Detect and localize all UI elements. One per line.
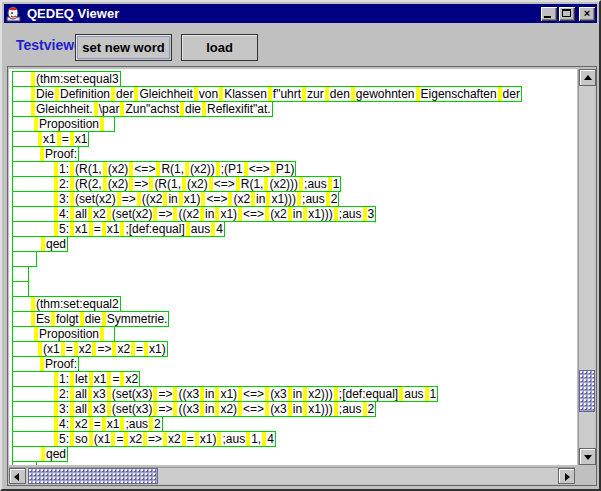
doc-token: (x2): [107, 163, 130, 176]
doc-row: 1:(R(1,(x2)<=>R(1,(x2));(P1<=>P1): [12, 161, 296, 177]
doc-token: x1: [42, 133, 57, 146]
doc-token: von: [198, 88, 219, 101]
doc-token: R(1,: [240, 178, 265, 191]
doc-token: =: [93, 223, 102, 236]
doc-token: 3:: [58, 403, 70, 416]
doc-row: 5:x1=x1;[def:equal]aus4: [12, 221, 225, 237]
doc-row: qed: [12, 446, 68, 462]
doc-token: \par: [98, 103, 121, 116]
doc-token: 3: [367, 208, 376, 221]
doc-token: x1: [106, 418, 121, 431]
scroll-right-button[interactable]: [558, 468, 575, 484]
doc-token: x2: [78, 343, 93, 356]
doc-row: x1=x1: [12, 131, 89, 147]
load-button[interactable]: load: [181, 34, 258, 61]
doc-token: ((x3: [177, 388, 200, 401]
doc-token: x1: [74, 223, 89, 236]
doc-token: (set(x2): [74, 193, 117, 206]
doc-row: 2:(R(2,(x2)=>(R(1,(x2)<=>R(1,(x2)));aus1: [12, 176, 341, 192]
doc-token: 2: [330, 193, 339, 206]
minimize-button[interactable]: [541, 7, 557, 21]
doc-token: (x2)): [189, 163, 216, 176]
doc-indent: [13, 132, 38, 146]
doc-token: x1): [199, 433, 218, 446]
doc-token: x2: [74, 418, 89, 431]
doc-indent: [13, 102, 31, 116]
doc-indent: [13, 207, 54, 221]
doc-token: Gleichheit: [138, 88, 193, 101]
doc-token: =: [93, 418, 102, 431]
scroll-up-button[interactable]: [579, 69, 596, 86]
doc-token: (R(1,: [74, 163, 103, 176]
doc-token: =>: [121, 193, 137, 206]
title-bar[interactable]: QEDEQ Viewer ×: [4, 4, 597, 23]
set-new-word-button[interactable]: set new word: [75, 34, 172, 61]
doc-token: Definition: [59, 88, 111, 101]
doc-token: x1))): [270, 193, 297, 206]
doc-token: Klassen: [223, 88, 268, 101]
doc-token: aus: [403, 388, 424, 401]
doc-token: ;aus: [124, 418, 149, 431]
doc-token: Proposition: [38, 118, 100, 131]
doc-token: (set(x3): [111, 403, 154, 416]
doc-token: =: [111, 373, 120, 386]
doc-token: ;[def:equal]: [124, 223, 185, 236]
doc-token: Gleichheit.: [35, 103, 94, 116]
doc-token: ;aus: [221, 433, 246, 446]
arrow-right-icon: [565, 473, 570, 481]
doc-token: <=>: [213, 178, 236, 191]
doc-token: =: [65, 343, 74, 356]
doc-token: all: [74, 403, 88, 416]
doc-token: 5:: [58, 223, 70, 236]
close-icon: ×: [579, 6, 595, 20]
doc-token: 1,: [250, 433, 262, 446]
doc-token: <=>: [133, 163, 156, 176]
doc-row: 5:so(x1=x2=>x2=x1);aus1,4: [12, 431, 276, 447]
doc-row: DieDefinitionderGleichheitvonKlassenf"uh…: [12, 86, 522, 102]
doc-row: Gleichheit.\parZun"achstdieReflexifit"at…: [12, 101, 273, 117]
horizontal-scrollbar[interactable]: [9, 467, 575, 484]
minimize-icon: [544, 16, 551, 18]
horizontal-scrollbar-thumb[interactable]: [28, 468, 158, 484]
vertical-scrollbar-thumb[interactable]: [579, 370, 595, 412]
vertical-scrollbar[interactable]: [578, 69, 595, 465]
doc-token: x1): [219, 208, 238, 221]
maximize-button[interactable]: [559, 7, 575, 21]
doc-token: Proof:: [44, 358, 78, 371]
doc-indent: [13, 402, 54, 416]
doc-token: <=>: [242, 208, 265, 221]
scroll-down-button[interactable]: [579, 448, 596, 465]
app-window: QEDEQ Viewer × Testviewer set new word l…: [0, 0, 601, 491]
doc-token: x1): [219, 388, 238, 401]
doc-empty-box: [12, 461, 37, 465]
doc-token: (x2: [232, 193, 251, 206]
doc-token: Symmetrie.: [106, 313, 169, 326]
doc-token: 2:: [58, 178, 70, 191]
doc-token: Die: [35, 88, 55, 101]
doc-token: =>: [147, 433, 163, 446]
doc-token: in: [204, 388, 215, 401]
doc-token: ;(P1: [220, 163, 244, 176]
doc-token: 4: [215, 223, 224, 236]
doc-token: gewohnten: [355, 88, 416, 101]
document-viewport[interactable]: (thm:set:equal3DieDefinitionderGleichhei…: [9, 69, 577, 465]
doc-row: (thm:set:equal2: [12, 296, 121, 312]
document-scrollpane: (thm:set:equal3DieDefinitionderGleichhei…: [7, 66, 597, 486]
doc-token: 4:: [58, 208, 70, 221]
doc-indent: [13, 372, 54, 386]
scroll-left-button[interactable]: [9, 468, 26, 484]
arrow-up-icon: [584, 75, 592, 80]
doc-token: R(1,: [160, 163, 185, 176]
doc-token: =>: [133, 178, 149, 191]
doc-token: ((x2: [141, 193, 164, 206]
doc-token: in: [292, 388, 303, 401]
doc-token: x2: [92, 208, 107, 221]
doc-indent: [13, 162, 54, 176]
doc-token: Proposition: [38, 328, 100, 341]
doc-token: (x1: [93, 433, 112, 446]
doc-token: Zun"achst: [124, 103, 180, 116]
close-button[interactable]: ×: [579, 7, 595, 21]
doc-token: die: [84, 313, 102, 326]
doc-token: (R(2,: [74, 178, 103, 191]
doc-token: x2): [219, 403, 238, 416]
